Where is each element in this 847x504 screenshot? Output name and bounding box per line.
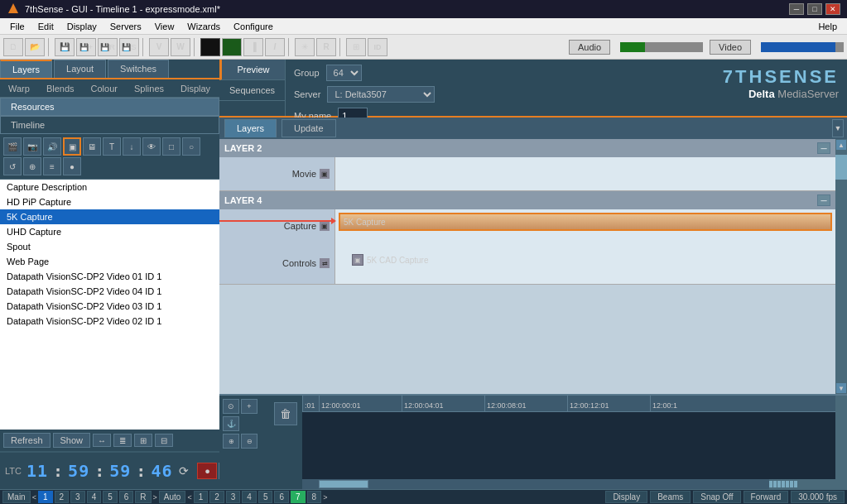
sb-forward-btn[interactable]: Forward bbox=[744, 491, 789, 503]
tl-anchor-btn[interactable]: ⚓ bbox=[223, 416, 239, 431]
res-item-hd-pip[interactable]: HD PiP Capture bbox=[0, 194, 219, 209]
subtab-blends[interactable]: Blends bbox=[41, 82, 79, 95]
list-icon-arrows[interactable]: ↔ bbox=[93, 434, 111, 447]
preview-tab[interactable]: Preview bbox=[219, 60, 285, 80]
sequences-tab[interactable]: Sequences bbox=[219, 80, 285, 101]
res-item-dp2-v01[interactable]: Datapath VisionSC-DP2 Video 01 ID 1 bbox=[0, 269, 219, 284]
menu-configure[interactable]: Configure bbox=[227, 20, 280, 33]
tb-r[interactable]: R bbox=[316, 38, 336, 56]
sb-slot-4[interactable]: 4 bbox=[87, 491, 102, 503]
list-icon-grid2[interactable]: ⊟ bbox=[155, 434, 173, 447]
sb-ch-4[interactable]: 4 bbox=[242, 491, 257, 503]
menu-edit[interactable]: Edit bbox=[31, 20, 60, 33]
sb-ch-6[interactable]: 6 bbox=[274, 491, 289, 503]
sb-beams-btn[interactable]: Beams bbox=[650, 491, 691, 503]
sb-slot-1[interactable]: 1 bbox=[38, 491, 53, 503]
menu-wizards[interactable]: Wizards bbox=[180, 20, 227, 33]
tb-new[interactable]: 🗋 bbox=[3, 38, 23, 56]
icon-movie[interactable]: 🎬 bbox=[3, 137, 22, 156]
sb-slot-2[interactable]: 2 bbox=[55, 491, 70, 503]
sb-arrow-right2[interactable]: > bbox=[323, 493, 327, 502]
tl-plus-btn[interactable]: + bbox=[241, 399, 257, 414]
subtab-colour[interactable]: Colour bbox=[86, 82, 123, 95]
subtab-display[interactable]: Display bbox=[176, 82, 215, 95]
trash-button[interactable]: 🗑 bbox=[274, 402, 297, 425]
sb-slot-3[interactable]: 3 bbox=[70, 491, 85, 503]
tb-color2[interactable] bbox=[222, 38, 242, 56]
icon-audio[interactable]: 🔊 bbox=[43, 137, 61, 156]
res-item-uhd-capture[interactable]: UHD Capture bbox=[0, 224, 219, 239]
tb-v[interactable]: V bbox=[149, 38, 169, 56]
icon-circle[interactable]: ○ bbox=[182, 137, 200, 156]
transport-rec[interactable]: ● bbox=[197, 463, 217, 479]
tb-save2[interactable]: 💾+ bbox=[76, 38, 96, 56]
tb-save3[interactable]: 💾R bbox=[98, 38, 118, 56]
sb-arrow-left2[interactable]: < bbox=[187, 493, 191, 502]
tb-grid[interactable]: ⊞ bbox=[346, 38, 366, 56]
icon-capture[interactable]: ▣ bbox=[63, 137, 81, 156]
tab-layout[interactable]: Layout bbox=[54, 60, 106, 78]
menu-display[interactable]: Display bbox=[60, 20, 103, 33]
tb-i[interactable]: I bbox=[265, 38, 285, 56]
tb-bar[interactable]: ▐ bbox=[243, 38, 263, 56]
sb-ch-2[interactable]: 2 bbox=[209, 491, 224, 503]
subtab-splines[interactable]: Splines bbox=[129, 82, 169, 95]
menu-file[interactable]: File bbox=[3, 20, 31, 33]
layer-2-movie-content[interactable] bbox=[335, 157, 835, 190]
sb-auto[interactable]: Auto bbox=[159, 491, 186, 503]
tl-cam-btn[interactable]: ⊙ bbox=[223, 399, 239, 414]
tab-timeline[interactable]: Timeline bbox=[0, 116, 219, 134]
scroll-down-arrow[interactable]: ▼ bbox=[835, 382, 847, 394]
lt-scroll-down[interactable]: ▼ bbox=[832, 119, 844, 137]
layer-4-controls-content[interactable]: ▣ 5K CAD Capture bbox=[335, 242, 835, 284]
server-select[interactable]: L: Delta3507 bbox=[327, 86, 435, 103]
lt-btn-layers[interactable]: Layers bbox=[224, 119, 277, 137]
layer-4-controls-icon[interactable]: ⇄ bbox=[320, 258, 330, 268]
timeline-scroll-thumb[interactable] bbox=[319, 480, 368, 488]
lt-btn-update[interactable]: Update bbox=[282, 119, 335, 137]
tab-resources[interactable]: Resources bbox=[0, 98, 219, 116]
close-button[interactable]: ✕ bbox=[825, 3, 840, 15]
icon-nodes[interactable]: ⊕ bbox=[23, 157, 41, 175]
timeline-scrollbar[interactable] bbox=[302, 479, 835, 489]
sb-ch-3[interactable]: 3 bbox=[226, 491, 241, 503]
timeline-track-content[interactable] bbox=[302, 412, 835, 479]
tb-save[interactable]: 💾 bbox=[55, 38, 75, 56]
sb-ch-5[interactable]: 5 bbox=[258, 491, 273, 503]
sb-ch-7[interactable]: 7 bbox=[291, 491, 306, 503]
tb-color[interactable] bbox=[200, 38, 220, 56]
tb-id[interactable]: ID bbox=[368, 38, 387, 56]
icon-eye[interactable]: 👁 bbox=[142, 137, 161, 156]
menu-view[interactable]: View bbox=[148, 20, 181, 33]
layer-4-capture-content[interactable]: 5K Capture bbox=[335, 209, 835, 242]
res-item-dp2-v03[interactable]: Datapath VisionSC-DP2 Video 03 ID 1 bbox=[0, 299, 219, 314]
icon-list[interactable]: ≡ bbox=[43, 157, 61, 175]
sb-arrow-right[interactable]: > bbox=[153, 493, 157, 502]
menu-servers[interactable]: Servers bbox=[103, 20, 148, 33]
icon-text[interactable]: T bbox=[103, 137, 121, 156]
layers-right-scrollbar[interactable]: ▲ ▼ bbox=[835, 139, 847, 394]
sb-slot-6[interactable]: 6 bbox=[119, 491, 134, 503]
tl-zoom-minus[interactable]: ⊖ bbox=[241, 434, 257, 449]
res-item-dp2-v04[interactable]: Datapath VisionSC-DP2 Video 04 ID 1 bbox=[0, 284, 219, 299]
tb-open[interactable]: 📂 bbox=[25, 38, 45, 56]
sb-ch-1[interactable]: 1 bbox=[194, 491, 209, 503]
scroll-track[interactable] bbox=[835, 151, 847, 382]
scroll-up-arrow[interactable]: ▲ bbox=[835, 139, 847, 151]
sb-slot-r[interactable]: R bbox=[135, 491, 151, 503]
subtab-warp[interactable]: Warp bbox=[3, 82, 35, 95]
icon-screen[interactable]: 🖥 bbox=[83, 137, 101, 156]
tl-zoom-plus[interactable]: ⊕ bbox=[223, 434, 239, 449]
menu-help[interactable]: Help bbox=[811, 20, 844, 33]
res-item-spout[interactable]: Spout bbox=[0, 239, 219, 254]
icon-square[interactable]: □ bbox=[162, 137, 180, 156]
timeline-right-scrollbar[interactable] bbox=[835, 396, 847, 489]
sb-arrow-left[interactable]: < bbox=[32, 493, 36, 502]
tb-w[interactable]: W bbox=[171, 38, 190, 56]
icon-camera[interactable]: 📷 bbox=[23, 137, 41, 156]
icon-arrow-down[interactable]: ↓ bbox=[123, 137, 141, 156]
res-item-capture-desc[interactable]: Capture Description bbox=[0, 180, 219, 194]
tb-save4[interactable]: 💾S bbox=[119, 38, 139, 56]
layer-4-collapse[interactable]: ─ bbox=[817, 194, 830, 206]
refresh-button[interactable]: Refresh bbox=[3, 433, 51, 448]
